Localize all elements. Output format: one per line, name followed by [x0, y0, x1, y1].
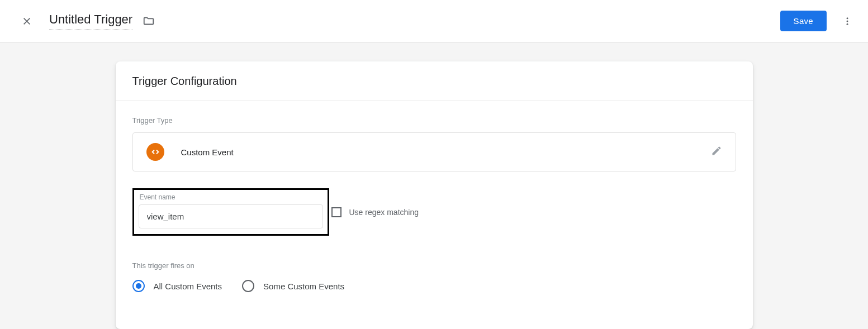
content-area: Trigger Configuration Trigger Type Custo… [0, 42, 868, 329]
trigger-type-value: Custom Event [181, 147, 711, 157]
save-button[interactable]: Save [780, 11, 827, 31]
radio-some-events[interactable]: Some Custom Events [242, 280, 344, 292]
folder-icon[interactable] [143, 15, 155, 27]
event-name-label: Event name [139, 193, 323, 201]
page-title[interactable]: Untitled Trigger [49, 12, 132, 30]
more-options-icon[interactable] [838, 12, 857, 31]
svg-point-3 [847, 20, 848, 22]
close-icon[interactable] [20, 15, 34, 28]
radio-all-events[interactable]: All Custom Events [132, 280, 222, 292]
regex-label: Use regex matching [349, 208, 419, 217]
fires-on-label: This trigger fires on [132, 261, 736, 270]
card-heading: Trigger Configuration [116, 61, 753, 101]
event-name-input[interactable] [139, 204, 323, 228]
regex-checkbox[interactable] [331, 207, 341, 217]
event-name-highlight: Event name [132, 188, 329, 236]
radio-icon [242, 280, 254, 292]
radio-icon [132, 280, 145, 292]
code-icon [146, 143, 164, 161]
config-card: Trigger Configuration Trigger Type Custo… [116, 61, 753, 329]
radio-some-label: Some Custom Events [263, 282, 344, 291]
trigger-type-selector[interactable]: Custom Event [132, 132, 736, 171]
pencil-icon [711, 145, 722, 159]
trigger-type-label: Trigger Type [132, 116, 736, 125]
page-header: Untitled Trigger Save [0, 0, 868, 42]
radio-all-label: All Custom Events [154, 282, 222, 291]
svg-point-2 [847, 17, 848, 19]
svg-point-4 [847, 23, 848, 25]
